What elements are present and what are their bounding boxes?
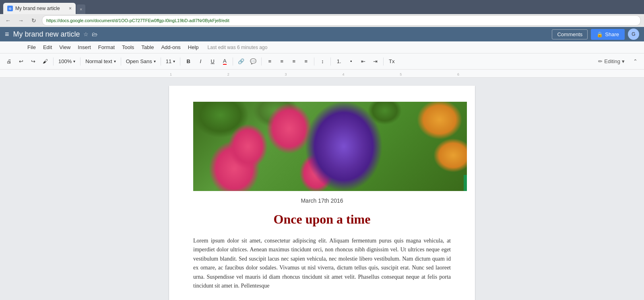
menu-table[interactable]: Table bbox=[138, 43, 157, 52]
menu-format[interactable]: Format bbox=[95, 43, 118, 52]
collapse-toolbar-button[interactable]: ⌃ bbox=[630, 56, 641, 67]
menu-edit[interactable]: Edit bbox=[40, 43, 55, 52]
url-text: https://docs.google.com/document/d/1OO-p… bbox=[46, 18, 229, 23]
align-justify-button[interactable]: ≡ bbox=[300, 56, 312, 67]
document-page[interactable]: March 17th 2016 Once upon a time Lorem i… bbox=[169, 86, 475, 300]
pencil-icon: ✏ bbox=[598, 58, 603, 64]
separator-6 bbox=[233, 58, 233, 66]
editing-mode-arrow: ▾ bbox=[622, 58, 625, 64]
align-right-button[interactable]: ≡ bbox=[288, 56, 299, 67]
title-actions: ☆ 🗁 bbox=[83, 31, 97, 37]
bullet-list-button[interactable]: • bbox=[345, 56, 357, 67]
ruler-mark-4: 4 bbox=[342, 72, 344, 76]
inactive-tab[interactable]: × bbox=[76, 4, 85, 14]
indent-decrease-button[interactable]: ⇤ bbox=[357, 56, 369, 67]
separator-8 bbox=[314, 58, 314, 66]
zoom-value: 100% bbox=[58, 58, 72, 64]
separator-9 bbox=[330, 58, 331, 66]
star-button[interactable]: ☆ bbox=[83, 31, 89, 37]
last-edit-status: Last edit was 6 minutes ago bbox=[208, 45, 268, 50]
undo-button[interactable]: ↩ bbox=[15, 56, 27, 67]
address-bar[interactable]: https://docs.google.com/document/d/1OO-p… bbox=[42, 15, 641, 26]
forward-button[interactable]: → bbox=[16, 16, 26, 25]
align-left-button[interactable]: ≡ bbox=[264, 56, 275, 67]
menu-view[interactable]: View bbox=[56, 43, 74, 52]
ruler-mark-1: 1 bbox=[170, 72, 172, 76]
align-center-button[interactable]: ≡ bbox=[276, 56, 287, 67]
font-arrow-icon: ▾ bbox=[154, 59, 156, 64]
document-area: March 17th 2016 Once upon a time Lorem i… bbox=[0, 78, 644, 300]
style-arrow-icon: ▾ bbox=[114, 59, 116, 64]
folder-button[interactable]: 🗁 bbox=[92, 31, 97, 37]
document-headline: Once upon a time bbox=[193, 212, 451, 227]
user-area: Comments 🔒 Share G bbox=[552, 29, 639, 40]
paint-format-button[interactable]: 🖌 bbox=[39, 56, 51, 67]
separator-7 bbox=[261, 58, 262, 66]
line-spacing-button[interactable]: ↕ bbox=[317, 56, 328, 67]
menu-tools[interactable]: Tools bbox=[119, 43, 137, 52]
separator-1 bbox=[53, 58, 54, 66]
font-dropdown[interactable]: Open Sans ▾ bbox=[124, 56, 158, 67]
inactive-tab-close[interactable]: × bbox=[80, 7, 82, 12]
separator-10 bbox=[383, 58, 384, 66]
link-button[interactable]: 🔗 bbox=[235, 56, 247, 67]
share-button[interactable]: 🔒 Share bbox=[591, 29, 625, 40]
fontsize-value: 11 bbox=[166, 58, 171, 64]
style-value: Normal text bbox=[85, 58, 112, 64]
indent-increase-button[interactable]: ⇥ bbox=[369, 56, 381, 67]
menu-addons[interactable]: Add-ons bbox=[158, 43, 184, 52]
separator-5 bbox=[180, 58, 180, 66]
italic-button[interactable]: I bbox=[195, 56, 206, 67]
print-button[interactable]: 🖨 bbox=[3, 56, 14, 67]
docs-header: ≡ My brand new article ☆ 🗁 Comments 🔒 Sh… bbox=[0, 27, 644, 41]
image-resize-handle[interactable] bbox=[464, 175, 467, 191]
clear-format-button[interactable]: Tx bbox=[386, 56, 397, 67]
separator-2 bbox=[80, 58, 80, 66]
comment-button[interactable]: 💬 bbox=[248, 56, 259, 67]
editing-mode-button[interactable]: ✏ Editing ▾ bbox=[594, 57, 629, 66]
toolbar: 🖨 ↩ ↪ 🖌 100% ▾ Normal text ▾ Open Sans ▾… bbox=[0, 53, 644, 70]
numbered-list-button[interactable]: 1. bbox=[333, 56, 345, 67]
user-avatar[interactable]: G bbox=[628, 29, 639, 40]
document-body[interactable]: Lorem ipsum dolor sit amet, consectetur … bbox=[193, 236, 451, 290]
tab-bar: G My brand new article × × bbox=[3, 0, 85, 14]
ruler-mark-2: 2 bbox=[227, 72, 229, 76]
zoom-arrow-icon: ▾ bbox=[73, 59, 75, 64]
font-value: Open Sans bbox=[126, 58, 152, 64]
comments-button[interactable]: Comments bbox=[552, 29, 588, 39]
document-image-container[interactable] bbox=[193, 102, 451, 191]
browser-titlebar: G My brand new article × × bbox=[0, 0, 644, 14]
tab-close-button[interactable]: × bbox=[69, 6, 72, 11]
menu-insert[interactable]: Insert bbox=[74, 43, 94, 52]
separator-3 bbox=[121, 58, 121, 66]
browser-controls: ← → ↻ https://docs.google.com/document/d… bbox=[0, 14, 644, 27]
ruler: 1 2 3 4 5 6 bbox=[0, 70, 644, 78]
ruler-mark-5: 5 bbox=[400, 72, 402, 76]
fontsize-dropdown[interactable]: 11 ▾ bbox=[163, 56, 178, 67]
refresh-button[interactable]: ↻ bbox=[29, 16, 39, 25]
text-color-letter: A bbox=[223, 58, 227, 65]
separator-4 bbox=[161, 58, 161, 66]
ruler-mark-3: 3 bbox=[285, 72, 287, 76]
active-tab[interactable]: G My brand new article × bbox=[3, 3, 76, 14]
menu-help[interactable]: Help bbox=[185, 43, 202, 52]
redo-button[interactable]: ↪ bbox=[27, 56, 39, 67]
flower-image bbox=[193, 102, 467, 191]
document-title[interactable]: My brand new article bbox=[13, 30, 80, 39]
zoom-dropdown[interactable]: 100% ▾ bbox=[56, 56, 78, 67]
tab-title: My brand new article bbox=[15, 6, 60, 11]
hamburger-button[interactable]: ≡ bbox=[5, 30, 9, 39]
fontsize-arrow-icon: ▾ bbox=[173, 59, 175, 64]
document-date: March 17th 2016 bbox=[193, 197, 451, 204]
menu-file[interactable]: File bbox=[24, 43, 39, 52]
share-label: Share bbox=[605, 31, 619, 37]
editing-mode-label: Editing bbox=[604, 58, 620, 64]
text-color-button[interactable]: A bbox=[219, 56, 230, 67]
ruler-mark-6: 6 bbox=[457, 72, 459, 76]
underline-button[interactable]: U bbox=[207, 56, 218, 67]
back-button[interactable]: ← bbox=[3, 16, 13, 25]
tab-favicon: G bbox=[7, 6, 13, 11]
share-lock-icon: 🔒 bbox=[597, 31, 603, 37]
style-dropdown[interactable]: Normal text ▾ bbox=[83, 56, 118, 67]
bold-button[interactable]: B bbox=[183, 56, 194, 67]
